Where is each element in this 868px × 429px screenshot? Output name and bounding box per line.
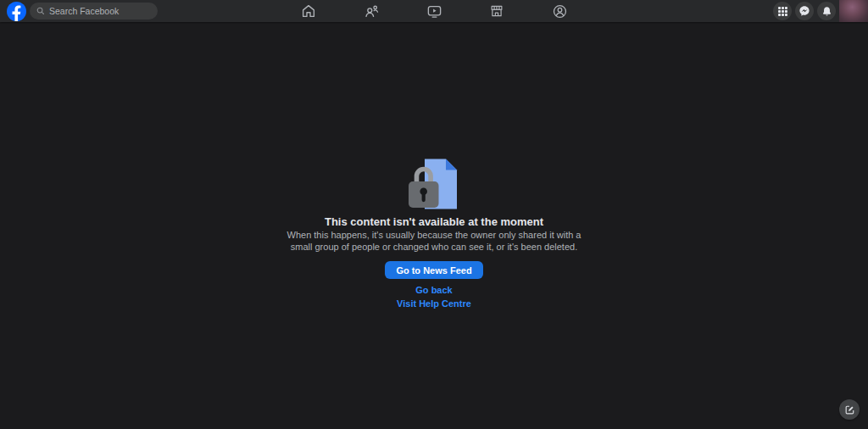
tab-watch[interactable]: [403, 0, 465, 22]
friends-icon: [364, 3, 380, 20]
menu-grid-icon: [777, 6, 788, 17]
compose-post-icon: [844, 404, 855, 415]
messenger-button[interactable]: [795, 2, 814, 20]
compose-post-button[interactable]: [839, 399, 860, 420]
profile-avatar[interactable]: [839, 0, 868, 22]
go-to-news-feed-button[interactable]: Go to News Feed: [385, 261, 482, 279]
search-icon: [36, 7, 45, 15]
error-description: When this happens, it's usually because …: [285, 230, 583, 253]
messenger-icon: [798, 5, 810, 17]
navbar-right: [773, 0, 868, 22]
top-navbar: [0, 0, 868, 22]
search-input[interactable]: [49, 6, 151, 16]
tab-groups[interactable]: [528, 0, 591, 22]
groups-icon: [552, 3, 568, 20]
search-bar[interactable]: [30, 3, 158, 20]
tab-marketplace[interactable]: [465, 0, 528, 22]
visit-help-centre-link[interactable]: Visit Help Centre: [397, 298, 471, 309]
locked-document-icon: [406, 159, 462, 209]
notifications-bell-icon: [821, 6, 832, 17]
navbar-left: [7, 0, 158, 22]
home-icon: [301, 3, 316, 19]
error-content: This content isn't available at the mome…: [0, 159, 868, 309]
tab-friends[interactable]: [340, 0, 403, 22]
tab-home[interactable]: [277, 0, 340, 22]
notifications-button[interactable]: [817, 2, 836, 20]
watch-icon: [426, 3, 442, 20]
error-title: This content isn't available at the mome…: [325, 215, 543, 228]
facebook-logo-icon[interactable]: [7, 2, 26, 21]
navbar-tabs: [277, 0, 591, 22]
marketplace-icon: [489, 3, 504, 19]
go-back-link[interactable]: Go back: [415, 285, 452, 295]
menu-button[interactable]: [773, 2, 792, 20]
